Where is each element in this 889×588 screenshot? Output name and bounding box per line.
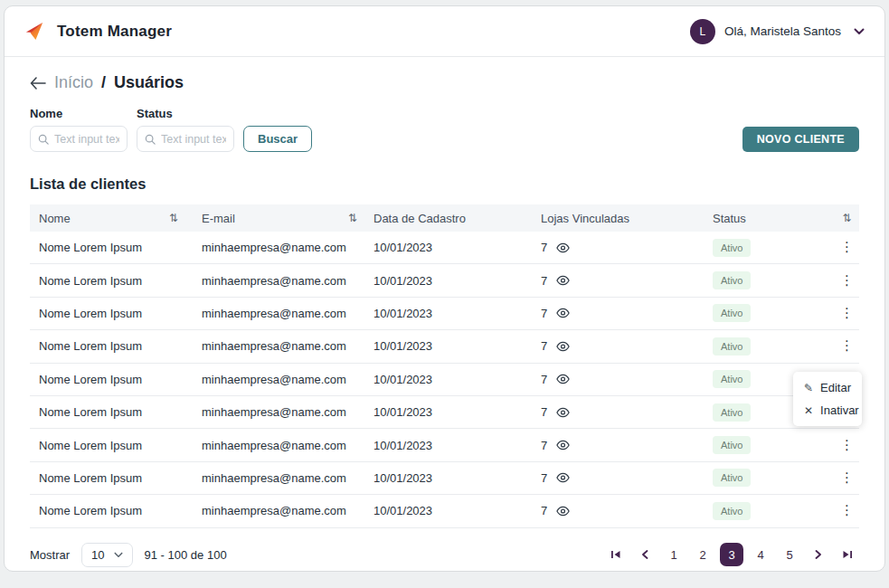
page-size-select[interactable]: 10 xyxy=(81,543,132,567)
cell-data-cadastro: 10/01/2023 xyxy=(374,471,432,485)
back-button[interactable] xyxy=(30,77,46,90)
sort-icon-actions[interactable]: ⇅ xyxy=(842,212,851,224)
cell-email: minhaempresa@name.com xyxy=(202,274,346,288)
app-window: Totem Manager L Olá, Maristela Santos In… xyxy=(4,5,885,572)
app-logo-icon xyxy=(24,21,45,42)
row-context-menu: ✎ Editar ✕ Inativar xyxy=(793,372,862,426)
cell-email: minhaempresa@name.com xyxy=(202,471,346,485)
status-badge: Ativo xyxy=(713,502,751,520)
status-filter-input[interactable] xyxy=(161,133,226,146)
table-row[interactable]: Nome Lorem Ipsum minhaempresa@name.com 1… xyxy=(30,330,859,363)
breadcrumb-separator: / xyxy=(101,73,106,92)
new-client-button[interactable]: NOVO CLIENTE xyxy=(742,127,859,152)
page-button-5[interactable]: 5 xyxy=(778,543,801,566)
page-button-3[interactable]: 3 xyxy=(720,543,743,566)
cell-data-cadastro: 10/01/2023 xyxy=(374,339,432,353)
menu-item-inativar-label: Inativar xyxy=(820,403,859,417)
table-row[interactable]: Nome Lorem Ipsum minhaempresa@name.com 1… xyxy=(30,232,859,264)
page-button-4[interactable]: 4 xyxy=(749,543,772,566)
eye-icon[interactable] xyxy=(556,242,570,253)
cell-data-cadastro: 10/01/2023 xyxy=(374,504,432,517)
cell-nome: Nome Lorem Ipsum xyxy=(39,339,142,353)
table-row[interactable]: Nome Lorem Ipsum minhaempresa@name.com 1… xyxy=(30,298,859,330)
eye-icon[interactable] xyxy=(556,440,570,450)
cell-lojas-count: 7 xyxy=(541,439,547,452)
range-text: 91 - 100 de 100 xyxy=(145,548,227,562)
eye-icon[interactable] xyxy=(556,472,570,483)
row-actions-button[interactable]: ⋮ xyxy=(835,337,859,355)
table-row[interactable]: Nome Lorem Ipsum minhaempresa@name.com 1… xyxy=(30,264,859,297)
breadcrumb-parent[interactable]: Início xyxy=(54,73,93,92)
cell-lojas-count: 7 xyxy=(541,307,547,320)
nome-filter-field: Nome xyxy=(30,107,128,152)
status-badge: Ativo xyxy=(713,304,751,322)
cell-nome: Nome Lorem Ipsum xyxy=(39,307,142,320)
menu-item-inativar[interactable]: ✕ Inativar xyxy=(793,399,862,422)
row-actions-button[interactable]: ⋮ xyxy=(835,502,859,519)
row-actions-button[interactable]: ⋮ xyxy=(835,272,859,289)
cell-email: minhaempresa@name.com xyxy=(202,241,346,254)
table-row[interactable]: Nome Lorem Ipsum minhaempresa@name.com 1… xyxy=(30,429,859,461)
table-row[interactable]: Nome Lorem Ipsum minhaempresa@name.com 1… xyxy=(30,396,859,429)
table-row[interactable]: Nome Lorem Ipsum minhaempresa@name.com 1… xyxy=(30,495,859,527)
sort-icon-email[interactable]: ⇅ xyxy=(348,212,357,224)
page-button-1[interactable]: 1 xyxy=(662,543,686,566)
row-actions-button[interactable]: ⋮ xyxy=(835,305,859,322)
eye-icon[interactable] xyxy=(556,407,570,418)
cell-lojas-count: 7 xyxy=(541,274,547,288)
menu-item-editar[interactable]: ✎ Editar xyxy=(793,376,862,399)
status-badge: Ativo xyxy=(713,469,751,487)
cell-nome: Nome Lorem Ipsum xyxy=(39,241,142,254)
cell-lojas-count: 7 xyxy=(541,405,547,419)
first-page-button[interactable] xyxy=(604,543,628,566)
cell-data-cadastro: 10/01/2023 xyxy=(374,241,432,254)
row-actions-button[interactable]: ⋮ xyxy=(835,239,859,256)
column-header-nome: Nome xyxy=(39,212,71,225)
search-icon xyxy=(38,134,49,145)
client-table-body: Nome Lorem Ipsum minhaempresa@name.com 1… xyxy=(30,232,859,528)
row-actions-button[interactable]: ⋮ xyxy=(835,469,859,487)
sort-icon-nome[interactable]: ⇅ xyxy=(169,212,178,224)
search-button[interactable]: Buscar xyxy=(243,126,312,152)
eye-icon[interactable] xyxy=(556,308,570,318)
user-menu[interactable]: L Olá, Maristela Santos xyxy=(690,19,865,44)
nome-filter-input-box xyxy=(30,126,128,152)
status-badge: Ativo xyxy=(713,337,751,356)
breadcrumb-current: Usuários xyxy=(114,73,184,92)
chevron-down-icon xyxy=(854,28,865,35)
pencil-icon: ✎ xyxy=(804,382,813,394)
status-badge: Ativo xyxy=(713,271,751,289)
page-numbers: 12345 xyxy=(662,543,801,566)
cell-nome: Nome Lorem Ipsum xyxy=(39,373,142,386)
status-badge: Ativo xyxy=(713,436,751,454)
breadcrumb: Início / Usuários xyxy=(30,73,859,92)
user-greeting: Olá, Maristela Santos xyxy=(724,24,841,38)
eye-icon[interactable] xyxy=(556,341,570,352)
table-row[interactable]: Nome Lorem Ipsum minhaempresa@name.com 1… xyxy=(30,364,859,396)
cell-data-cadastro: 10/01/2023 xyxy=(374,274,432,288)
cell-email: minhaempresa@name.com xyxy=(202,339,346,353)
status-badge: Ativo xyxy=(713,403,751,422)
cell-email: minhaempresa@name.com xyxy=(202,439,346,452)
status-badge: Ativo xyxy=(713,239,751,257)
page-button-2[interactable]: 2 xyxy=(691,543,714,566)
eye-icon[interactable] xyxy=(556,275,570,286)
list-title: Lista de clientes xyxy=(30,175,859,193)
next-page-button[interactable] xyxy=(807,543,830,566)
cell-nome: Nome Lorem Ipsum xyxy=(39,405,142,419)
last-page-button[interactable] xyxy=(836,543,859,566)
search-icon xyxy=(145,134,156,145)
eye-icon[interactable] xyxy=(556,374,570,384)
table-row[interactable]: Nome Lorem Ipsum minhaempresa@name.com 1… xyxy=(30,462,859,495)
row-actions-button[interactable]: ⋮ xyxy=(835,437,859,454)
table-header: Nome ⇅ E-mail ⇅ Data de Cadastro Lojas V… xyxy=(30,204,859,232)
cell-nome: Nome Lorem Ipsum xyxy=(39,439,142,452)
nome-filter-input[interactable] xyxy=(54,133,119,146)
cell-lojas-count: 7 xyxy=(541,373,547,386)
cell-lojas-count: 7 xyxy=(541,241,547,254)
topbar: Totem Manager L Olá, Maristela Santos xyxy=(5,6,884,57)
eye-icon[interactable] xyxy=(556,506,570,517)
column-header-data-cadastro: Data de Cadastro xyxy=(374,212,466,225)
prev-page-button[interactable] xyxy=(633,543,657,566)
cell-data-cadastro: 10/01/2023 xyxy=(374,439,432,452)
